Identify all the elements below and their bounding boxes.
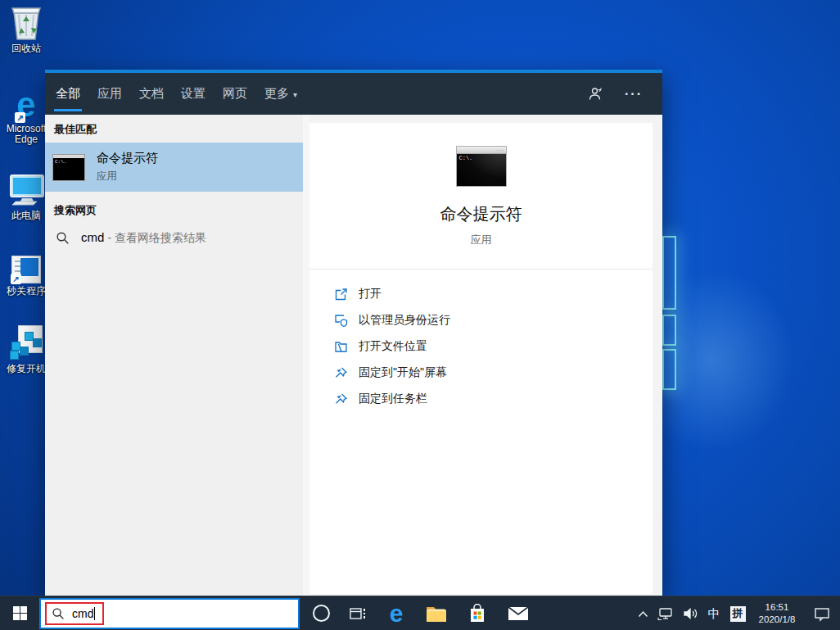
- wallpaper-logo-pane: [662, 349, 676, 390]
- search-results-list: 最佳匹配 命令提示符 应用 搜索网页 cmd: [45, 115, 303, 596]
- web-search-result[interactable]: cmd - 查看网络搜索结果: [45, 221, 303, 254]
- search-query-text: cmd: [72, 607, 93, 620]
- cmd-window-icon: [52, 154, 85, 181]
- open-launch-icon: [334, 288, 348, 301]
- mail-button[interactable]: [498, 596, 539, 630]
- desktop-icon-recycle-bin[interactable]: 回收站: [0, 3, 52, 54]
- cortana-circle-icon: [313, 605, 330, 622]
- microsoft-store-button[interactable]: [457, 596, 498, 630]
- search-panel-body: 最佳匹配 命令提示符 应用 搜索网页 cmd: [45, 115, 662, 596]
- start-search-panel: 全部 应用 文档 设置 网页 更多▾ ···: [45, 70, 662, 596]
- preview-app-type: 应用: [309, 233, 653, 247]
- clock-time: 16:51: [759, 601, 796, 614]
- result-type: 应用: [97, 170, 158, 184]
- scrollbar-track[interactable]: [303, 115, 309, 596]
- cmd-prompt-text: C:\.: [459, 155, 473, 161]
- best-match-result-cmd[interactable]: 命令提示符 应用: [45, 143, 303, 192]
- taskbar-search-input[interactable]: cmd: [39, 598, 300, 629]
- action-pin-to-start[interactable]: 固定到"开始"屏幕: [334, 360, 653, 386]
- signin-person-icon[interactable]: [588, 86, 603, 102]
- tab-apps[interactable]: 应用: [96, 83, 124, 105]
- task-view-button[interactable]: [339, 596, 377, 630]
- start-button[interactable]: [0, 596, 39, 630]
- search-panel-header: 全部 应用 文档 设置 网页 更多▾ ···: [45, 70, 662, 115]
- ime-mode-indicator[interactable]: 拼: [725, 596, 750, 630]
- web-query: cmd: [81, 230, 104, 244]
- folder-location-icon: [334, 340, 348, 354]
- action-center-icon: [814, 606, 830, 622]
- web-suffix: - 查看网络搜索结果: [108, 231, 207, 244]
- annotation-red-box: cmd: [45, 602, 104, 625]
- tab-documents[interactable]: 文档: [138, 83, 165, 105]
- search-icon: [56, 231, 70, 245]
- store-icon: [468, 604, 486, 623]
- desktop: 回收站 e↗ Microsoft Edge 此电脑 ↗ 秒关程序: [0, 0, 840, 630]
- taskbar: cmd e: [0, 596, 840, 630]
- clock-date: 2020/1/8: [759, 614, 796, 626]
- shortcut-arrow-icon: ↗: [15, 112, 25, 123]
- action-center-button[interactable]: [804, 596, 840, 630]
- file-explorer-button[interactable]: [416, 596, 457, 630]
- tab-web[interactable]: 网页: [221, 83, 249, 105]
- recycle-bin-icon: [0, 3, 52, 41]
- volume-icon[interactable]: [678, 596, 702, 630]
- edge-taskbar-button[interactable]: e: [377, 596, 416, 630]
- mail-envelope-icon: [508, 605, 529, 622]
- result-title: 命令提示符: [97, 151, 158, 166]
- action-pin-to-taskbar[interactable]: 固定到任务栏: [334, 386, 653, 412]
- hidden-icons-chevron-icon[interactable]: [632, 596, 653, 630]
- system-tray: 中 拼 16:512020/1/8: [632, 596, 840, 630]
- admin-shield-icon: [334, 314, 348, 328]
- cmd-window-icon-large: ··· C:\.: [456, 146, 507, 187]
- more-options-ellipsis-icon[interactable]: ···: [625, 87, 643, 102]
- wallpaper-logo-pane: [662, 315, 676, 346]
- preview-app-title: 命令提示符: [309, 203, 653, 225]
- window-buttons-dots: ···: [497, 147, 504, 152]
- ime-language-indicator[interactable]: 中: [702, 596, 725, 630]
- text-cursor: [94, 607, 95, 620]
- pin-icon: [334, 392, 348, 406]
- context-actions: 打开 以管理员身份运行: [309, 270, 653, 412]
- action-open[interactable]: 打开: [334, 281, 653, 307]
- best-match-header: 最佳匹配: [45, 115, 303, 137]
- edge-icon: e: [390, 601, 404, 626]
- tab-all[interactable]: 全部: [54, 83, 82, 105]
- windows-logo-icon: [13, 606, 27, 620]
- search-filter-tabs: 全部 应用 文档 设置 网页 更多▾: [54, 73, 313, 115]
- file-explorer-icon: [426, 605, 447, 623]
- preview-pane: ··· C:\. 命令提示符 应用 打开: [309, 115, 662, 596]
- action-run-as-admin[interactable]: 以管理员身份运行: [334, 307, 653, 333]
- search-web-header: 搜索网页: [45, 192, 303, 218]
- action-open-file-location[interactable]: 打开文件位置: [334, 333, 653, 360]
- pin-icon: [334, 366, 348, 380]
- wallpaper-logo-pane: [662, 236, 676, 310]
- tab-settings[interactable]: 设置: [179, 83, 207, 105]
- task-view-icon: [349, 606, 367, 621]
- desktop-icon-label: 回收站: [0, 43, 52, 54]
- network-icon[interactable]: [653, 596, 678, 630]
- taskbar-clock[interactable]: 16:512020/1/8: [750, 596, 804, 630]
- shortcut-arrow-icon: ↗: [11, 274, 21, 284]
- search-icon: [52, 607, 65, 620]
- chevron-down-icon: ▾: [293, 90, 297, 99]
- cortana-button[interactable]: [303, 596, 339, 630]
- tab-more[interactable]: 更多▾: [263, 83, 299, 105]
